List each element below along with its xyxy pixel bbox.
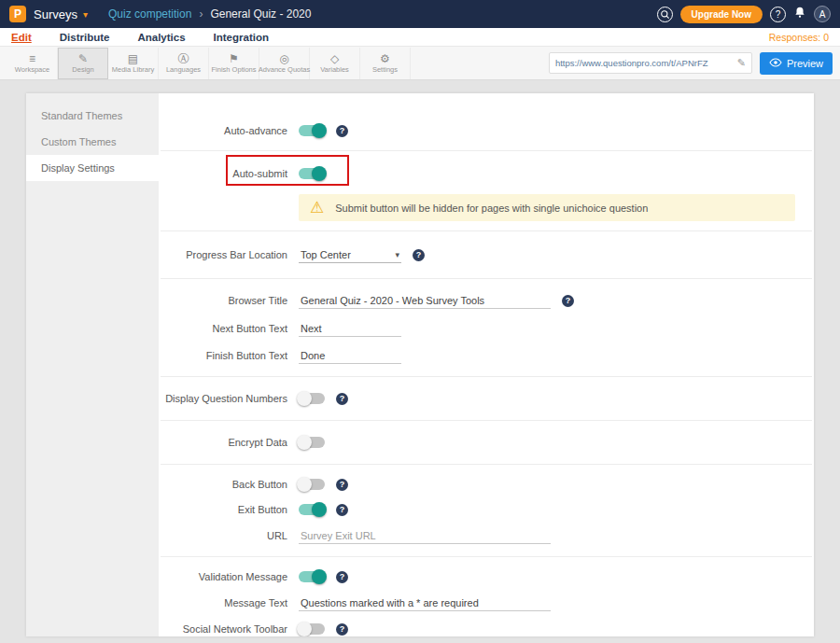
exit-button-help-icon[interactable]: ? [336,504,348,516]
back-button-row: Back Button ? [159,472,814,496]
settings-gear-icon: ⚙ [380,53,390,64]
languages-icon: Ⓐ [178,53,189,64]
advance-quotas-icon: ◎ [279,53,288,64]
display-question-numbers-label: Display Question Numbers [159,393,299,404]
settings-sidebar: Standard Themes Custom Themes Display Se… [26,93,159,636]
chevron-down-icon[interactable]: ▾ [83,9,88,20]
edit-url-pencil-icon[interactable]: ✎ [737,57,746,69]
validation-message-help-icon[interactable]: ? [336,571,348,583]
auto-submit-toggle[interactable] [299,168,325,179]
questionpro-logo-icon: P [9,6,26,22]
toolbar-item-media-library[interactable]: ▤ Media Library [108,48,159,79]
exit-button-label: Exit Button [159,504,299,515]
notifications-bell-icon[interactable] [793,6,806,22]
nav-distribute[interactable]: Distribute [60,32,110,43]
message-text-row: Message Text [159,590,814,616]
exit-url-input[interactable] [299,528,551,544]
message-text-label: Message Text [159,597,299,608]
toolbar-item-settings[interactable]: ⚙ Settings [360,48,411,79]
next-button-text-row: Next Button Text [159,315,814,342]
divider [161,278,812,279]
browser-title-help-icon[interactable]: ? [562,295,574,307]
chevron-down-icon: ▾ [395,250,399,259]
warning-triangle-icon: ⚠ [310,200,324,216]
exit-url-label: URL [159,530,299,541]
display-settings-panel: Auto-advance ? Auto-submit ⚠ Submit butt… [159,93,814,636]
search-icon[interactable] [657,7,673,22]
progress-bar-label: Progress Bar Location [159,249,299,260]
divider [161,376,812,377]
divider [161,556,812,557]
encrypt-data-toggle[interactable] [299,437,325,448]
warning-text: Submit button will be hidden for pages w… [335,203,648,214]
encrypt-data-label: Encrypt Data [159,437,299,448]
toolbar-item-variables[interactable]: ◇ Variables [310,48,360,79]
next-button-text-label: Next Button Text [159,323,299,334]
social-network-toolbar-toggle[interactable] [299,623,325,635]
eye-icon [769,58,782,69]
upgrade-now-button[interactable]: Upgrade Now [680,6,763,23]
sidebar-item-standard-themes[interactable]: Standard Themes [26,103,159,129]
divider [161,231,812,231]
display-question-numbers-row: Display Question Numbers ? [159,384,814,412]
breadcrumb-parent[interactable]: Quiz competition [108,7,191,21]
auto-submit-row: Auto-submit [159,159,814,189]
browser-title-row: Browser Title ? [159,287,814,315]
message-text-input[interactable] [299,595,551,611]
user-avatar[interactable]: A [814,6,831,22]
exit-button-toggle[interactable] [299,504,325,515]
main-nav: Edit Distribute Analytics Integration Re… [0,28,840,47]
validation-message-toggle[interactable] [299,571,325,582]
nav-analytics[interactable]: Analytics [137,32,185,43]
top-bar: P Surveys ▾ Quiz competition › General Q… [0,0,840,28]
breadcrumb-current: General Quiz - 2020 [210,7,311,21]
toolbar-item-languages[interactable]: Ⓐ Languages [159,48,209,79]
validation-message-label: Validation Message [159,571,299,582]
divider [161,420,812,421]
browser-title-input[interactable] [299,293,551,309]
back-button-label: Back Button [159,479,299,490]
content-area: Standard Themes Custom Themes Display Se… [0,80,840,642]
sidebar-item-custom-themes[interactable]: Custom Themes [26,129,159,155]
survey-url-input[interactable] [555,58,737,68]
progress-bar-help-icon[interactable]: ? [413,249,425,261]
finish-options-icon: ⚑ [229,53,239,64]
back-button-toggle[interactable] [299,479,325,490]
toolbar-item-advance-quotas[interactable]: ◎ Advance Quotas [259,48,310,79]
workspace-icon: ≡ [29,53,35,64]
back-button-help-icon[interactable]: ? [336,479,348,491]
browser-title-label: Browser Title [159,295,299,306]
finish-button-text-label: Finish Button Text [159,350,299,361]
auto-advance-help-icon[interactable]: ? [336,125,348,137]
finish-button-text-row: Finish Button Text [159,342,814,369]
media-library-icon: ▤ [128,53,138,64]
nav-integration[interactable]: Integration [214,32,269,43]
design-icon: ✎ [78,53,88,64]
responses-count[interactable]: Responses: 0 [769,32,829,43]
finish-button-text-input[interactable] [299,348,401,364]
survey-url-box: ✎ [549,52,752,74]
next-button-text-input[interactable] [299,321,401,337]
nav-edit[interactable]: Edit [11,32,32,43]
surveys-menu[interactable]: Surveys [34,7,77,21]
help-icon[interactable]: ? [770,7,786,22]
auto-advance-toggle[interactable] [299,125,325,136]
social-network-toolbar-row: Social Network Toolbar ? [159,617,814,636]
exit-url-row: URL [159,523,814,549]
display-question-numbers-toggle[interactable] [299,393,325,404]
toolbar-item-design[interactable]: ✎ Design [58,48,108,79]
preview-button[interactable]: Preview [760,52,833,75]
progress-bar-row: Progress Bar Location Top Center ▾ ? [159,239,814,271]
sidebar-item-display-settings[interactable]: Display Settings [26,155,159,181]
warning-banner: ⚠ Submit button will be hidden for pages… [299,194,795,221]
social-network-toolbar-help-icon[interactable]: ? [336,623,348,636]
social-network-toolbar-label: Social Network Toolbar [159,623,299,635]
divider [161,150,812,151]
toolbar-item-finish-options[interactable]: ⚑ Finish Options [209,48,259,79]
auto-submit-label: Auto-submit [159,168,299,179]
display-question-numbers-help-icon[interactable]: ? [336,393,348,405]
progress-bar-select[interactable]: Top Center ▾ [299,247,401,263]
auto-advance-row: Auto-advance ? [159,119,814,143]
divider [161,464,812,465]
toolbar-item-workspace[interactable]: ≡ Workspace [7,48,58,79]
